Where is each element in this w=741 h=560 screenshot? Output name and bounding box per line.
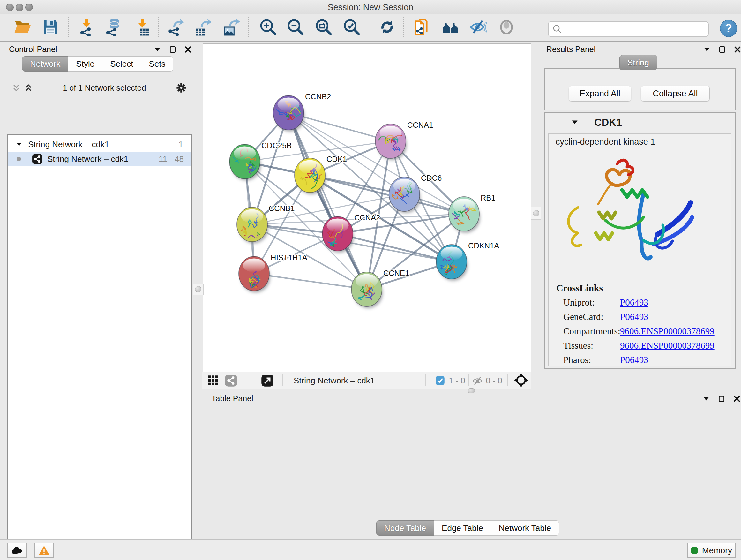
zoom-out-icon [286, 18, 305, 36]
document-network-icon [413, 18, 431, 36]
birds-eye-crosshair-icon[interactable] [514, 373, 529, 388]
collapse-panel-icon[interactable] [703, 45, 711, 54]
results-panel-title: Results Panel [546, 45, 596, 54]
apply-layout-button[interactable] [377, 17, 398, 38]
detach-view-icon[interactable] [261, 374, 274, 387]
tab-sets[interactable]: Sets [141, 56, 173, 71]
import-table-icon [133, 18, 151, 36]
network-graph[interactable]: CCNB2CCNA1CDC25BCDK1CDC6RB1CCNB1CCNA2CDK… [203, 44, 531, 372]
network-view-title: String Network – cdk1 [293, 376, 375, 386]
tab-style[interactable]: Style [68, 56, 103, 71]
float-panel-icon[interactable] [169, 45, 177, 54]
crosslink-row: Uniprot:P06493 [563, 297, 729, 312]
node-label: CDK1 [327, 155, 347, 164]
float-panel-icon[interactable] [718, 45, 726, 54]
tab-string[interactable]: String [619, 55, 657, 70]
edge-HIST1H1A-CCNE1[interactable] [254, 273, 367, 289]
vertical-splitter-right[interactable] [531, 207, 541, 220]
network-node-RB1[interactable]: RB1 [449, 193, 495, 233]
results-panel-window-controls [703, 45, 741, 54]
export-image-button[interactable] [220, 17, 242, 38]
zoom-in-icon [259, 18, 277, 36]
share-view-icon[interactable] [225, 374, 238, 387]
import-table-button[interactable] [132, 17, 153, 38]
zoom-in-button[interactable] [258, 17, 279, 38]
network-view-toolbar: String Network – cdk1 1 - 0 0 - 0 [202, 372, 531, 388]
crosslink-value-link[interactable]: 9606.ENSP00000378699 [620, 326, 715, 336]
gene-card-header[interactable]: CDK1 [545, 113, 735, 132]
float-panel-icon[interactable] [718, 395, 726, 403]
warnings-button[interactable] [34, 543, 54, 558]
crosslink-row: Compartments:9606.ENSP00000378699 [563, 326, 729, 340]
close-panel-icon[interactable] [733, 45, 741, 54]
tab-select[interactable]: Select [102, 56, 141, 71]
homes-button[interactable] [440, 17, 461, 38]
grid-view-icon[interactable] [207, 375, 219, 386]
export-network-button[interactable] [165, 17, 186, 38]
triangle-down-icon[interactable] [15, 140, 23, 148]
zoom-out-button[interactable] [285, 17, 306, 38]
memory-status-dot [690, 547, 698, 554]
crosslink-label: Tissues: [563, 340, 593, 351]
crosslinks-title: CrossLinks [556, 283, 603, 294]
network-node-CCNE1[interactable]: CCNE1 [351, 269, 409, 308]
table-tabs: Node TableEdge TableNetwork Table [377, 520, 559, 536]
collapse-panel-icon[interactable] [153, 45, 161, 54]
vertical-splitter-left[interactable] [193, 284, 204, 295]
node-count: 11 [158, 154, 167, 164]
export-table-button[interactable] [192, 17, 213, 38]
edge-CCNB2-CCNE1[interactable] [288, 113, 367, 289]
crosslink-label: Uniprot: [563, 297, 595, 307]
network-canvas[interactable]: CCNB2CCNA1CDC25BCDK1CDC6RB1CCNB1CCNA2CDK… [203, 44, 531, 372]
import-network-database-button[interactable] [103, 17, 124, 38]
import-network-file-button[interactable] [76, 17, 97, 38]
gene-name: CDK1 [594, 117, 622, 128]
crosslink-value-link[interactable]: P06493 [620, 312, 649, 322]
crosslink-value-link[interactable]: P06493 [620, 297, 649, 308]
string-network-document-button[interactable] [411, 17, 432, 38]
toolbar-separator [158, 17, 159, 37]
search-input[interactable] [564, 21, 708, 37]
memory-button[interactable]: Memory [687, 543, 736, 558]
network-collection-row[interactable]: String Network – cdk1 1 [8, 137, 192, 152]
node-label: RB1 [481, 193, 495, 202]
separator [282, 374, 283, 386]
close-panel-icon[interactable] [184, 45, 192, 54]
horizontal-splitter-handle[interactable] [468, 388, 475, 393]
open-session-button[interactable] [12, 17, 33, 38]
tab-network[interactable]: Network [22, 56, 68, 71]
help-button[interactable]: ? [720, 20, 737, 37]
network-list-header: 1 of 1 Network selected [7, 81, 191, 95]
tab-node-table[interactable]: Node Table [376, 520, 434, 536]
tab-network-table[interactable]: Network Table [491, 520, 559, 536]
network-row-selected[interactable]: String Network – cdk1 11 48 [8, 152, 192, 166]
show-button[interactable] [496, 17, 517, 38]
network-node-HIST1H1A[interactable]: HIST1H1A [239, 253, 307, 293]
cloud-button[interactable] [7, 543, 27, 558]
hide-selected-button[interactable] [468, 17, 489, 38]
collapse-panel-icon[interactable] [702, 395, 711, 403]
close-panel-icon[interactable] [733, 395, 741, 403]
chevron-double-up-icon[interactable] [23, 83, 33, 92]
chevron-double-down-icon[interactable] [11, 83, 21, 92]
selected-checkbox-icon[interactable] [435, 376, 445, 385]
node-label: CDC6 [421, 174, 442, 182]
search-box [548, 21, 709, 37]
zoom-fit-button[interactable] [313, 17, 334, 38]
collapse-all-button[interactable]: Collapse All [641, 85, 710, 102]
triangle-down-icon[interactable] [570, 118, 579, 126]
network-node-CCNB1[interactable]: CCNB1 [237, 204, 294, 244]
zoom-selected-button[interactable] [341, 17, 362, 38]
separator [508, 374, 508, 386]
eye-slash-icon [469, 18, 487, 36]
tab-edge-table[interactable]: Edge Table [434, 520, 491, 536]
network-node-CDKN1A[interactable]: CDKN1A [436, 241, 499, 281]
crosslink-value-link[interactable]: P06493 [620, 355, 649, 365]
save-session-button[interactable] [40, 17, 61, 38]
gear-icon[interactable] [176, 82, 187, 94]
crosslink-value-link[interactable]: 9606.ENSP00000378699 [620, 340, 715, 351]
expand-all-button[interactable]: Expand All [569, 85, 631, 102]
network-node-CDK1[interactable]: CDK1 [294, 155, 347, 194]
results-tab-string: String [620, 55, 657, 70]
network-node-CDC25B[interactable]: CDC25B [229, 141, 292, 181]
